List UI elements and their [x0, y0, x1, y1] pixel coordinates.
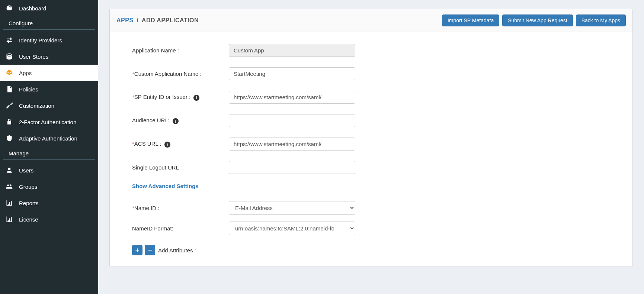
input-application-name [229, 44, 355, 57]
sidebar-label: License [19, 216, 38, 223]
sidebar-label: Customization [19, 103, 54, 109]
sidebar-item-dashboard[interactable]: Dashboard [0, 0, 98, 16]
breadcrumb-sep: / [135, 17, 140, 23]
row-application-name: Application Name : [132, 39, 610, 62]
remove-attribute-button[interactable]: − [145, 245, 155, 255]
sidebar-heading-manage: Manage [3, 146, 95, 160]
sidebar-item-users[interactable]: Users [0, 162, 98, 178]
sidebar-label: 2-Factor Authentication [19, 119, 76, 125]
row-name-id: *Name ID : E-Mail Address [132, 196, 610, 220]
label-custom-app-name: *Custom Application Name : [132, 71, 229, 77]
idp-icon [6, 36, 13, 44]
reports-icon [6, 199, 13, 207]
sidebar-item-apps[interactable]: Apps [0, 65, 98, 81]
customization-icon [6, 102, 13, 109]
sidebar-label: Groups [19, 184, 37, 190]
sidebar-item-adaptive-auth[interactable]: Adaptive Authentication [0, 130, 98, 146]
sidebar-item-policies[interactable]: Policies [0, 81, 98, 97]
label-text: SP Entity ID or Issuer : [134, 94, 190, 100]
sidebar-label: Dashboard [19, 5, 46, 12]
label-application-name: Application Name : [132, 47, 229, 54]
sidebar-item-customization[interactable]: Customization [0, 97, 98, 114]
sidebar-label: Adaptive Authentication [19, 135, 77, 142]
minus-icon: − [148, 246, 152, 254]
label-text: ACS URL : [134, 140, 161, 147]
sidebar-label: Policies [19, 86, 38, 93]
input-single-logout-url[interactable] [229, 161, 355, 174]
row-acs-url: *ACS URL : i [132, 132, 610, 156]
sidebar-label: Apps [19, 70, 32, 76]
apps-icon [6, 69, 13, 77]
select-name-id[interactable]: E-Mail Address [229, 201, 355, 215]
sidebar-item-reports[interactable]: Reports [0, 195, 98, 211]
info-icon[interactable]: i [193, 95, 199, 101]
users-icon [6, 167, 13, 174]
sidebar-label: Reports [19, 200, 39, 206]
label-text: Custom Application Name : [134, 71, 202, 77]
license-icon [6, 216, 13, 223]
input-sp-entity-id[interactable] [229, 91, 355, 104]
sidebar-heading-configure: Configure [3, 16, 95, 30]
row-sp-entity-id: *SP Entity ID or Issuer : i [132, 85, 610, 109]
label-audience-uri: Audience URI : i [132, 117, 229, 124]
show-advanced-settings-link[interactable]: Show Advanced Settings [132, 179, 199, 196]
submit-new-app-request-button[interactable]: Submit New App Request [502, 14, 573, 26]
header-button-row: Import SP Metadata Submit New App Reques… [442, 14, 626, 26]
row-custom-app-name: *Custom Application Name : [132, 62, 610, 85]
row-audience-uri: Audience URI : i [132, 109, 610, 132]
breadcrumb: APPS / ADD APPLICATION [116, 17, 199, 24]
input-custom-app-name[interactable] [229, 67, 355, 80]
userstore-icon [6, 53, 13, 60]
adaptive-icon [6, 135, 13, 142]
label-name-id: *Name ID : [132, 205, 229, 211]
row-single-logout-url: Single Logout URL : [132, 156, 610, 179]
row-add-attributes: + − Add Attributes : [132, 240, 610, 255]
label-add-attributes: Add Attributes : [158, 247, 196, 253]
add-attribute-button[interactable]: + [132, 245, 142, 255]
dashboard-icon [6, 4, 13, 12]
sidebar-item-user-stores[interactable]: User Stores [0, 48, 98, 65]
groups-icon [6, 183, 13, 190]
row-nameid-format: NameID Format: urn:oasis:names:tc:SAML:2… [132, 220, 610, 240]
label-nameid-format: NameID Format: [132, 225, 229, 232]
back-to-my-apps-button[interactable]: Back to My Apps [576, 14, 626, 26]
breadcrumb-root[interactable]: APPS [116, 17, 134, 23]
sidebar-item-groups[interactable]: Groups [0, 178, 98, 195]
label-text: Audience URI : [132, 117, 170, 123]
label-acs-url: *ACS URL : i [132, 140, 229, 147]
select-nameid-format[interactable]: urn:oasis:names:tc:SAML:2.0:nameid-fo [229, 222, 355, 235]
sidebar: Dashboard Configure Identity Providers U… [0, 0, 98, 294]
form-body: Application Name : *Custom Application N… [110, 32, 632, 266]
label-text: Name ID : [134, 205, 160, 211]
sidebar-item-2fa[interactable]: 2-Factor Authentication [0, 114, 98, 130]
page-card: APPS / ADD APPLICATION Import SP Metadat… [109, 9, 633, 267]
input-acs-url[interactable] [229, 138, 355, 151]
breadcrumb-current: ADD APPLICATION [142, 17, 199, 23]
label-sp-entity-id: *SP Entity ID or Issuer : i [132, 94, 229, 100]
info-icon[interactable]: i [173, 118, 179, 124]
sidebar-label: User Stores [19, 54, 48, 60]
sidebar-item-identity-providers[interactable]: Identity Providers [0, 32, 98, 48]
policies-icon [6, 85, 13, 93]
import-sp-metadata-button[interactable]: Import SP Metadata [442, 14, 499, 26]
sidebar-item-license[interactable]: License [0, 211, 98, 227]
sidebar-label: Users [19, 167, 33, 174]
twofa-icon [6, 118, 13, 126]
page-header: APPS / ADD APPLICATION Import SP Metadat… [110, 9, 632, 32]
sidebar-label: Identity Providers [19, 37, 62, 43]
main-content: APPS / ADD APPLICATION Import SP Metadat… [98, 0, 644, 294]
label-single-logout-url: Single Logout URL : [132, 164, 229, 171]
input-audience-uri[interactable] [229, 114, 355, 127]
info-icon[interactable]: i [164, 142, 170, 148]
plus-icon: + [135, 246, 140, 254]
